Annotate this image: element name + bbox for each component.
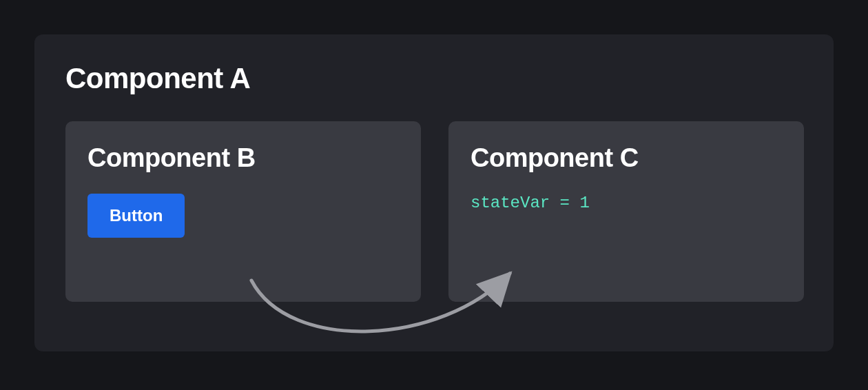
component-b: Component B Button <box>65 121 421 302</box>
component-c-title: Component C <box>471 143 782 173</box>
component-a-title: Component A <box>65 62 806 95</box>
component-c: Component C stateVar = 1 <box>448 121 804 302</box>
component-a-children: Component B Button Component C stateVar … <box>65 121 806 302</box>
component-b-title: Component B <box>87 143 399 173</box>
component-b-button[interactable]: Button <box>87 194 185 238</box>
component-c-code: stateVar = 1 <box>471 194 782 212</box>
component-a: Component A Component B Button Component… <box>34 34 834 351</box>
